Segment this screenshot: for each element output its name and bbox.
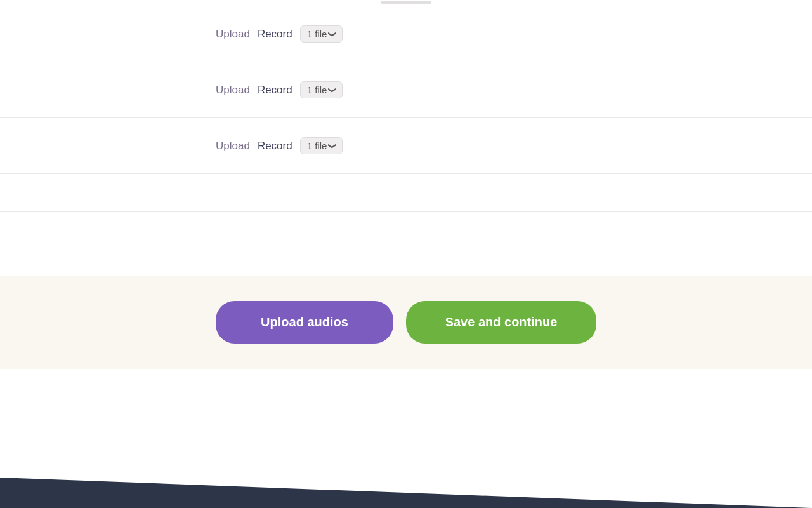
audio-row-1: Upload Record 1 file ❯ (0, 6, 812, 62)
upload-link-3[interactable]: Upload (216, 140, 250, 152)
file-badge-1[interactable]: 1 file ❯ (300, 25, 343, 43)
audio-row-2: Upload Record 1 file ❯ (0, 62, 812, 118)
file-badge-2[interactable]: 1 file ❯ (300, 81, 343, 98)
file-badge-3[interactable]: 1 file ❯ (300, 137, 343, 154)
footer-actions: Upload audios Save and continue (0, 276, 812, 369)
top-indicator (381, 1, 431, 4)
record-link-1[interactable]: Record (258, 28, 292, 41)
chevron-down-icon-3: ❯ (328, 143, 337, 149)
chevron-down-icon-2: ❯ (328, 87, 337, 93)
audio-row-3: Upload Record 1 file ❯ (0, 118, 812, 174)
upload-link-2[interactable]: Upload (216, 84, 250, 97)
empty-row (0, 174, 812, 212)
save-and-continue-button[interactable]: Save and continue (406, 301, 596, 344)
upload-audios-button[interactable]: Upload audios (216, 301, 393, 344)
chevron-down-icon-1: ❯ (328, 31, 337, 37)
spacer (0, 212, 812, 276)
bottom-decoration (0, 432, 812, 508)
file-count-2: 1 file (307, 84, 327, 95)
record-link-3[interactable]: Record (258, 140, 292, 152)
record-link-2[interactable]: Record (258, 84, 292, 97)
upload-link-1[interactable]: Upload (216, 28, 250, 41)
file-count-1: 1 file (307, 29, 327, 39)
file-count-3: 1 file (307, 140, 327, 151)
